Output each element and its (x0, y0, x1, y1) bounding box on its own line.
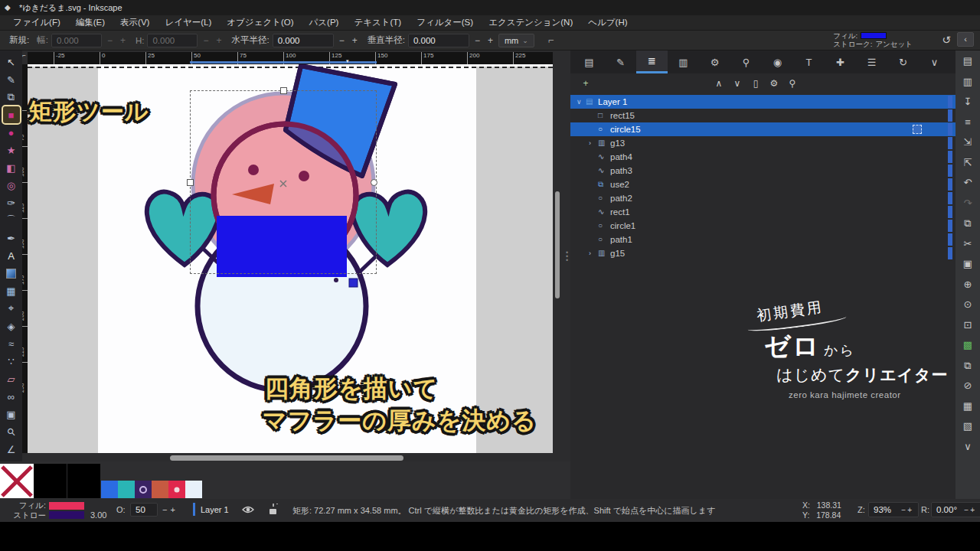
opacity-input[interactable]: 50 (130, 503, 158, 517)
selection-handle-top[interactable] (280, 87, 287, 94)
palette-blue[interactable] (101, 481, 118, 498)
print-icon[interactable]: ≡ (965, 116, 971, 129)
palette-black-2[interactable] (67, 464, 100, 498)
search-icon[interactable]: ⚲ (783, 78, 802, 89)
selection-handle-right[interactable] (371, 179, 377, 186)
dropper-tool[interactable]: ⌖ (3, 300, 20, 317)
text-tool[interactable]: A (3, 247, 20, 264)
highlight-color-stripe[interactable] (948, 220, 952, 232)
highlight-color-stripe[interactable] (948, 206, 952, 218)
menu-item[interactable]: テキスト(T) (347, 15, 408, 30)
sharp-corners-icon[interactable]: ⌐ (548, 34, 554, 46)
tweak-tool[interactable]: ≈ (3, 335, 20, 352)
tree-row-rect15[interactable]: □ rect15 (570, 109, 956, 122)
paint-bucket-tool[interactable]: ◈ (3, 318, 20, 334)
current-layer-name[interactable]: Layer 1 (201, 505, 229, 514)
width-minus-button[interactable]: − (105, 35, 115, 46)
node-tool[interactable]: ✎ (3, 71, 20, 88)
paste-icon[interactable]: ▣ (963, 258, 972, 271)
expander-icon[interactable]: › (589, 246, 598, 260)
tab-trace[interactable]: ⚙ (699, 51, 730, 73)
tab-text[interactable]: T (793, 51, 825, 73)
layer-visibility-eye-icon[interactable] (242, 504, 254, 515)
box-3d-tool[interactable]: ◧ (3, 159, 20, 176)
divider-grip[interactable]: ••• (566, 251, 568, 262)
tree-row-circle1[interactable]: ○ circle1 (570, 219, 956, 233)
measure-tool[interactable]: ∠ (3, 441, 20, 458)
highlight-color-stripe[interactable] (948, 233, 952, 246)
rectangle-tool[interactable]: ■ (3, 106, 20, 123)
vertical-scrollbar[interactable] (554, 64, 560, 453)
width-input[interactable]: 0.000 (51, 34, 102, 47)
tab-swatches[interactable]: ▥ (668, 51, 699, 73)
menu-item[interactable]: エクステンション(N) (482, 15, 580, 30)
statusbar-stroke-swatch[interactable] (49, 511, 84, 519)
clone-icon[interactable]: ⧉ (964, 360, 971, 373)
zoom-spin-buttons[interactable]: −+ (901, 506, 913, 514)
highlight-color-stripe[interactable] (948, 247, 952, 259)
eraser-tool[interactable]: ▱ (3, 370, 20, 387)
height-input[interactable]: 0.000 (147, 34, 198, 47)
ry-input[interactable]: 0.000 (408, 34, 469, 47)
menu-item[interactable]: オブジェクト(O) (220, 15, 300, 30)
copy-icon[interactable]: ⧉ (964, 217, 971, 230)
menu-item[interactable]: 編集(E) (69, 15, 112, 30)
palette-purple[interactable] (135, 481, 152, 498)
v-scrollbar-thumb[interactable] (555, 191, 560, 298)
highlight-color-stripe[interactable] (948, 123, 952, 135)
pencil-tool[interactable]: ✑ (3, 194, 20, 211)
pages-tool[interactable]: ▣ (3, 406, 20, 422)
open-document-icon[interactable]: ▥ (963, 76, 972, 89)
tab-more[interactable]: ∨ (919, 51, 950, 73)
tree-row-path3[interactable]: ∿ path3 (570, 164, 956, 178)
tab-document[interactable]: ▤ (573, 51, 605, 73)
menu-item[interactable]: ファイル(F) (6, 15, 67, 30)
vertical-ruler[interactable]: 75100125150175200225250 (22, 64, 28, 453)
tree-row-g13[interactable]: › ▥ g13 (570, 136, 956, 150)
ry-minus-button[interactable]: − (472, 35, 482, 46)
tree-row-use2[interactable]: ⧉ use2 (570, 178, 956, 191)
menu-item[interactable]: レイヤー(L) (158, 15, 218, 30)
new-document-icon[interactable]: ▤ (963, 55, 972, 68)
collapse-toolbar-button[interactable]: ‹ (957, 32, 974, 47)
shape-builder-tool[interactable]: ⧉ (3, 89, 20, 106)
reset-style-icon[interactable]: ↺ (942, 34, 951, 46)
duplicate-icon[interactable]: ▩ (963, 339, 972, 352)
calligraphy-tool[interactable]: ✒ (3, 230, 20, 246)
rx-minus-button[interactable]: − (337, 35, 347, 46)
menu-item[interactable]: 表示(V) (113, 15, 156, 30)
tree-row-path4[interactable]: ∿ path4 (570, 150, 956, 164)
tree-row-rect1[interactable]: ∿ rect1 (570, 205, 956, 219)
horizontal-scrollbar[interactable] (28, 455, 553, 461)
move-down-icon[interactable]: ∨ (728, 78, 746, 89)
tab-paint[interactable]: ◉ (762, 51, 793, 73)
spiral-tool[interactable]: ◎ (3, 177, 20, 194)
palette-orange[interactable] (152, 481, 168, 498)
palette-teal[interactable] (118, 481, 135, 498)
cut-icon[interactable]: ✂ (964, 238, 972, 251)
spray-tool[interactable]: ∵ (3, 353, 20, 370)
tab-objects[interactable]: ≣ (636, 51, 668, 73)
rx-plus-button[interactable]: + (350, 35, 360, 46)
ungroup-icon[interactable]: ▧ (963, 420, 972, 433)
delete-icon[interactable]: ▯ (746, 78, 765, 89)
height-minus-button[interactable]: − (201, 35, 211, 46)
rx-input[interactable]: 0.000 (273, 34, 334, 47)
export-icon[interactable]: ⇱ (964, 157, 972, 170)
highlight-color-stripe[interactable] (948, 151, 952, 163)
palette-light[interactable] (185, 481, 202, 498)
zoom-page-icon[interactable]: ⊡ (964, 319, 972, 332)
selection-handle-left[interactable] (187, 179, 194, 186)
highlight-color-stripe[interactable] (948, 96, 952, 108)
tab-transform[interactable]: ↻ (887, 51, 919, 73)
zoom-tool[interactable]: ⚲ (3, 423, 20, 440)
add-layer-icon[interactable]: + (577, 78, 595, 89)
zoom-input[interactable]: 93% −+ (868, 502, 919, 517)
menu-item[interactable]: ヘルプ(H) (581, 15, 634, 30)
redo-icon[interactable]: ↷ (964, 197, 972, 210)
unit-dropdown[interactable]: mm ⌄ (498, 34, 534, 47)
rotation-input[interactable]: 0.00° −+ (931, 502, 980, 517)
lock-guides-icon[interactable]: ⌐ (22, 52, 28, 64)
selector-tool[interactable]: ↖ (3, 54, 20, 70)
import-icon[interactable]: ⇲ (964, 136, 972, 149)
